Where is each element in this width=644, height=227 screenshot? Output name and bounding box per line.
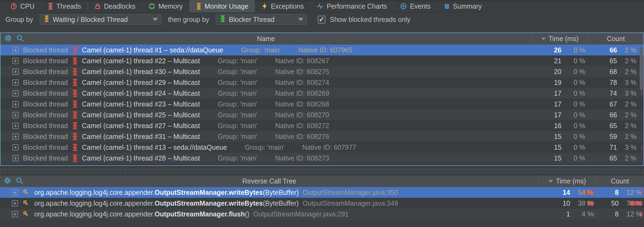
thread-icon [72,111,78,119]
method-name: OutputStreamManager.flush [155,210,245,218]
pulse-icon [317,3,324,10]
method-package: org.apache.logging.log4j.core.appender. [34,199,155,207]
count-column-header[interactable]: Count [588,33,643,45]
blocked-thread-row[interactable]: Blocked thread Camel (camel-1) thread #2… [1,77,643,88]
thread-name: Camel (camel-1) thread #24 – Multicast [82,89,200,97]
tab-deadlocks[interactable]: Deadlocks [88,0,142,12]
blocked-thread-row[interactable]: Blocked thread Camel (camel-1) thread #2… [1,109,643,120]
scrollbar-thumb[interactable] [640,47,643,90]
blocked-thread-label: Blocked thread [23,122,68,130]
blocked-thread-row[interactable]: Blocked thread Camel (camel-1) thread #2… [1,120,643,131]
reverse-call-icon [22,189,30,196]
blocked-thread-label: Blocked thread [23,46,68,54]
settings-gear-icon[interactable] [4,177,11,186]
show-blocked-threads-checkbox[interactable]: ✓ [318,16,326,24]
tree-expand-icon[interactable] [12,101,19,107]
percent-value: 54 % [574,189,595,196]
blocked-thread-row[interactable]: Blocked thread Camel (camel-1) thread #2… [1,88,643,99]
tree-expand-icon[interactable] [12,69,19,75]
call-tree-row[interactable]: org.apache.logging.log4j.core.appender.O… [0,187,644,198]
percent-value: 12 % [622,189,644,196]
time-column-header[interactable]: Time (ms) [539,175,595,187]
call-tree-row[interactable]: org.apache.logging.log4j.core.appender.O… [0,198,644,209]
then-group-by-value: Blocker Thread [229,16,291,24]
profiler-tab-bar: CPU ThreadsDeadlocksMemory Monitor Usage… [0,0,644,13]
tab-cpu[interactable]: CPU [4,0,41,12]
tree-expand-icon[interactable] [12,47,19,53]
tree-expand-icon[interactable] [12,155,19,161]
percent-value: 0 % [565,57,588,65]
thread-name: Camel (camel-1) thread #23 – Multicast [82,100,200,108]
group-by-value: Waiting / Blocked Thread [53,16,146,24]
tab-memory[interactable]: Memory [142,0,189,12]
tree-expand-icon[interactable] [12,189,18,196]
call-tree-row[interactable]: org.apache.logging.log4j.core.appender.O… [0,209,644,219]
blocked-thread-row[interactable]: Blocked thread Camel (camel-1) thread #3… [1,131,643,142]
reverse-call-tree-column-header[interactable]: Reverse Call Tree [0,177,539,185]
vertical-scrollbar[interactable] [639,45,643,165]
time-column-header[interactable]: Time (ms) [531,33,588,45]
thread-name: Camel (camel-1) thread #30 – Multicast [82,68,200,76]
thread-native-id: Native ID: 608269 [275,89,329,97]
chevron-down-icon [153,18,158,21]
tree-expand-icon[interactable] [12,133,19,140]
thread-icon [72,57,78,65]
tab-performance-charts[interactable]: Performance Charts [310,0,393,12]
thread-name-cell: Blocked thread Camel (camel-1) thread #2… [1,78,531,86]
numeric-value: 26 [531,46,565,54]
name-column-header[interactable]: Name [1,35,531,43]
thread-icon [72,89,78,97]
tab-monitor-usage[interactable]: Monitor Usage [189,0,255,12]
blocked-thread-row[interactable]: Blocked thread Camel (camel-1) thread #2… [1,99,643,109]
search-icon[interactable] [16,177,23,186]
waiting-thread-stack-icon [44,15,49,24]
blocked-thread-row[interactable]: Blocked thread Camel (camel-1) thread #3… [1,66,643,77]
show-blocked-threads-only-option[interactable]: ✓ Show blocked threads only [318,16,410,24]
then-group-by-dropdown[interactable]: Blocker Thread [216,14,307,25]
tab-label: Exceptions [271,2,304,10]
blocked-thread-row[interactable]: Blocked thread Camel (camel-1) thread #2… [1,55,643,66]
thread-name-cell: Blocked thread Camel (camel-1) thread #3… [1,68,531,76]
tree-expand-icon[interactable] [12,144,19,151]
tree-expand-icon[interactable] [12,123,19,129]
percent-value: 12 % [622,210,644,218]
thread-name-cell: Blocked thread Camel (camel-1) thread #2… [1,122,531,130]
percent-value: 0 % [565,154,588,162]
blocked-thread-row[interactable]: Blocked thread Camel (camel-1) thread #1… [1,142,643,153]
blocked-thread-row[interactable]: Blocked thread Camel (camel-1) thread #2… [1,153,643,163]
thread-native-id: Native ID: 608267 [275,57,329,65]
numeric-value: 15 [531,133,565,141]
lock-icon [94,3,101,10]
numeric-value: 19 [531,79,565,86]
thread-native-id: Native ID: 608270 [275,111,329,119]
numeric-value: 59 [588,133,621,141]
tab-threads[interactable]: Threads [41,0,88,12]
splitter-grip-icon [0,168,644,174]
tree-expand-icon[interactable] [12,58,19,64]
thread-name-cell: Blocked thread Camel (camel-1) thread #1… [1,46,531,54]
method-name-cell: org.apache.logging.log4j.core.appender.O… [0,210,539,218]
tab-summary[interactable]: Summary [437,0,488,12]
tree-expand-icon[interactable] [12,211,18,217]
reverse-call-icon [22,210,30,218]
tree-expand-icon[interactable] [12,90,19,96]
count-column-header[interactable]: Count [595,175,644,187]
search-icon[interactable] [16,34,24,44]
panel-splitter[interactable] [0,167,644,175]
tab-label: Threads [56,2,81,10]
settings-gear-icon[interactable] [4,34,12,44]
tree-expand-icon[interactable] [12,79,19,86]
tree-expand-icon[interactable] [12,112,19,118]
thread-group: Group: 'main' [218,154,257,162]
tree-expand-icon[interactable] [12,200,18,206]
tab-exceptions[interactable]: Exceptions [255,0,310,12]
thread-group: Group: 'main' [218,100,257,108]
tab-events[interactable]: Events [393,0,437,12]
thread-icon [72,46,78,54]
method-name-cell: org.apache.logging.log4j.core.appender.O… [0,189,539,196]
numeric-value: 71 [588,143,621,151]
thread-name-cell: Blocked thread Camel (camel-1) thread #2… [1,89,531,97]
blocked-thread-row[interactable]: Blocked thread Camel (camel-1) thread #1… [1,45,643,55]
numeric-value: 1 [539,210,574,218]
group-by-dropdown[interactable]: Waiting / Blocked Thread [40,14,162,25]
